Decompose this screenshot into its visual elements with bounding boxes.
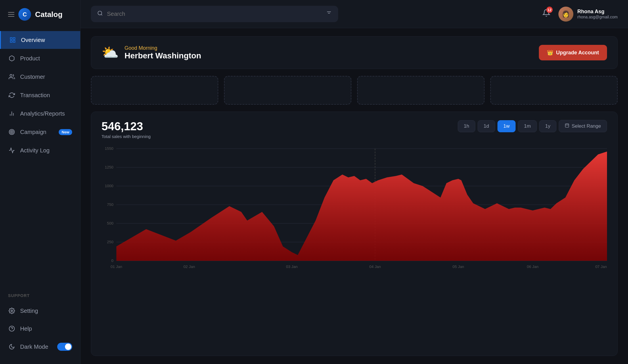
chart-header: 546,123 Total sales with beginning 1h 1d… [102,120,607,139]
activity-icon [8,147,16,154]
svg-rect-1 [13,38,15,39]
greeting-left: ⛅ Good Morning Herbert Washington [102,45,201,61]
users-icon [8,73,16,81]
sidebar-item-overview[interactable]: Overview [0,31,80,49]
svg-text:0: 0 [111,258,113,263]
dark-mode-row: Dark Mode [0,338,80,356]
sidebar-item-label-customer: Customer [20,74,45,80]
dark-mode-toggle[interactable] [57,343,72,351]
sidebar-item-activitylog[interactable]: Activity Log [0,141,80,159]
grid-icon [9,36,16,44]
support-items: Setting Help Dark Mode [0,302,80,356]
sidebar-item-label-transaction: Transaction [20,92,50,99]
sidebar-item-label-analytics: Analytics/Reports [20,110,65,117]
sidebar-logo: C Catalog [0,8,80,31]
chart-subtitle: Total sales with beginning [102,134,151,139]
campaign-new-badge: New [59,129,72,135]
header-right: 12 👩 Rhona Asg rhona.asg@gmail.com [542,7,618,22]
search-icon [97,10,103,18]
svg-text:500: 500 [107,221,113,225]
sidebar-item-help[interactable]: Help [0,320,80,338]
svg-rect-0 [10,38,12,39]
greeting-username: Herbert Washington [125,51,201,60]
svg-rect-2 [10,41,12,42]
time-button-1h[interactable]: 1h [458,120,475,132]
select-range-button[interactable]: Select Range [559,120,607,132]
upgrade-label: Upgrade Account [556,50,599,56]
svg-point-9 [10,131,14,134]
svg-text:07 Jan: 07 Jan [595,265,607,269]
stats-row [91,76,618,105]
stat-card-3 [357,76,485,105]
target-icon [8,128,16,136]
sidebar-item-analytics[interactable]: Analytics/Reports [0,105,80,122]
greeting-text: Good Morning Herbert Washington [125,45,201,60]
stat-card-1 [91,76,218,105]
chart-section: 546,123 Total sales with beginning 1h 1d… [91,112,618,356]
weather-icon: ⛅ [102,45,119,61]
stat-card-4 [490,76,618,105]
sidebar-item-label-help: Help [20,325,32,332]
sidebar-item-label-activitylog: Activity Log [20,147,49,154]
moon-icon [8,343,16,350]
svg-point-11 [11,310,13,312]
sidebar-item-campaign[interactable]: Campaign New [0,123,80,141]
svg-point-10 [11,131,12,133]
hamburger-icon[interactable] [8,12,14,17]
svg-point-4 [10,74,12,76]
svg-text:03 Jan: 03 Jan [286,265,298,269]
sidebar: C Catalog Overview Product Customer [0,0,81,364]
chart-svg: 1550 1250 1000 750 500 250 0 01 Jan 02 J… [102,146,607,278]
sidebar-item-customer[interactable]: Customer [0,68,80,86]
svg-line-15 [101,14,102,16]
sidebar-item-label-overview: Overview [21,37,45,43]
dark-mode-label: Dark Mode [20,344,48,350]
search-bar[interactable] [91,6,338,22]
time-button-1d[interactable]: 1d [478,120,495,132]
svg-text:1000: 1000 [105,184,113,188]
box-icon [8,55,16,62]
sidebar-item-transaction[interactable]: Transaction [0,86,80,104]
svg-text:02 Jan: 02 Jan [183,265,195,269]
svg-text:06 Jan: 06 Jan [527,265,538,269]
notification-button[interactable]: 12 [542,9,550,19]
crown-icon: 👑 [547,49,553,56]
user-details: Rhona Asg rhona.asg@gmail.com [577,9,618,19]
sidebar-item-label-campaign: Campaign [20,129,46,135]
time-button-1m[interactable]: 1m [518,120,537,132]
avatar: 👩 [558,7,573,22]
help-icon [8,325,16,332]
svg-rect-19 [565,124,569,127]
search-input[interactable] [107,11,322,17]
chart-info: 546,123 Total sales with beginning [102,120,151,139]
bar-chart-icon [8,110,16,117]
time-button-1w[interactable]: 1w [497,120,516,132]
stat-card-2 [224,76,351,105]
page-content: ⛅ Good Morning Herbert Washington 👑 Upgr… [81,28,628,364]
upgrade-account-button[interactable]: 👑 Upgrade Account [539,45,607,60]
time-button-1y[interactable]: 1y [539,120,556,132]
notification-badge: 12 [546,7,553,13]
svg-rect-3 [13,41,15,42]
chart-value: 546,123 [102,120,151,133]
sidebar-item-setting[interactable]: Setting [0,302,80,320]
user-name: Rhona Asg [577,9,618,15]
svg-text:1250: 1250 [105,165,113,169]
user-email: rhona.asg@gmail.com [577,15,618,19]
sidebar-item-product[interactable]: Product [0,49,80,67]
svg-text:05 Jan: 05 Jan [453,265,464,269]
main-content: 12 👩 Rhona Asg rhona.asg@gmail.com ⛅ Goo… [81,0,628,364]
svg-point-14 [98,11,102,15]
svg-text:1550: 1550 [105,146,113,151]
user-info[interactable]: 👩 Rhona Asg rhona.asg@gmail.com [558,7,618,22]
svg-text:250: 250 [107,240,113,244]
support-section: SUPPORT Setting Help Dark Mode [0,285,80,356]
chart-area: 1550 1250 1000 750 500 250 0 01 Jan 02 J… [102,146,607,278]
greeting-label: Good Morning [125,45,201,51]
svg-text:750: 750 [107,202,113,207]
header: 12 👩 Rhona Asg rhona.asg@gmail.com [81,0,628,28]
nav-items: Overview Product Customer Transaction [0,31,80,285]
sidebar-item-label-product: Product [20,55,40,62]
filter-icon[interactable] [326,10,332,18]
settings-icon [8,307,16,315]
